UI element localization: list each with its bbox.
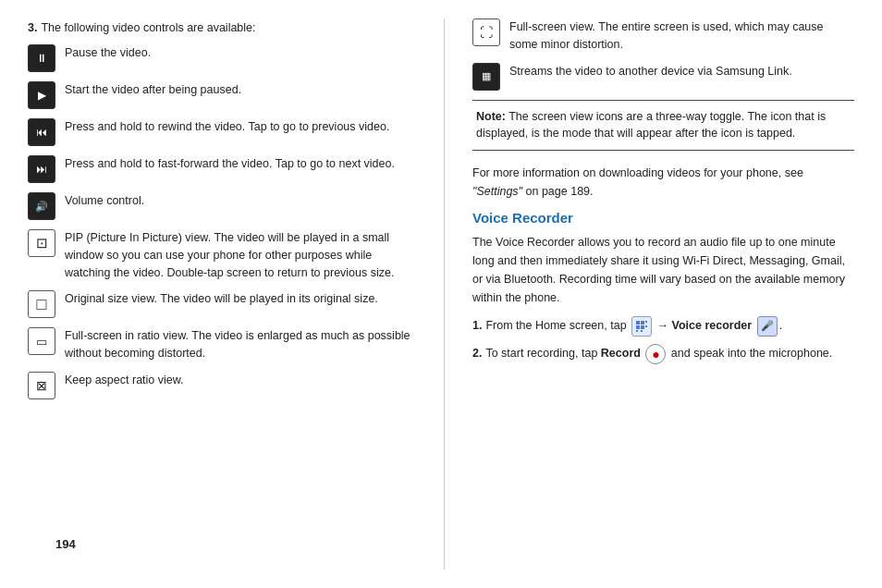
svg-rect-5 <box>645 325 647 327</box>
pip-icon-box: ⊡ <box>28 229 55 257</box>
pause-icon-box: ⏸ <box>28 44 55 72</box>
record-button-icon: ● <box>645 344 666 364</box>
pause-text: Pause the video. <box>65 44 416 62</box>
play-text: Start the video after being paused. <box>65 81 416 99</box>
control-aspect: ⊠ Keep aspect ratio view. <box>28 372 416 399</box>
svg-rect-6 <box>636 330 638 332</box>
page-number: 194 <box>55 537 76 551</box>
svg-rect-7 <box>641 330 643 332</box>
ff-icon: ⏭ <box>36 163 47 176</box>
right-column: ⛶ Full-screen view. The entire screen is… <box>444 18 854 570</box>
original-text: Original size view. The video will be pl… <box>65 290 416 308</box>
rewind-icon-box: ⏮ <box>28 118 55 146</box>
settings-ref: "Settings" <box>472 185 522 198</box>
fullscreen-icon-box: ⛶ <box>472 18 500 46</box>
step2-text: To start recording, tap Record ● and spe… <box>485 344 832 364</box>
stream-text: Streams the video to another device via … <box>509 63 854 80</box>
fullscreen-icon: ⛶ <box>480 25 493 40</box>
fullratio-icon-box: ▭ <box>28 327 55 355</box>
voice-recorder-bold: Voice recorder <box>672 319 753 332</box>
voice-recorder-step1: 1. From the Home screen, tap → Vo <box>472 316 854 337</box>
rewind-text: Press and hold to rewind the video. Tap … <box>65 118 416 136</box>
stream-icon: ▦ <box>482 70 491 82</box>
step1-number: 1. <box>472 316 482 337</box>
svg-rect-2 <box>636 325 640 329</box>
svg-rect-1 <box>641 321 644 325</box>
voice-recorder-step2: 2. To start recording, tap Record ● and … <box>472 344 854 364</box>
ff-text: Press and hold to fast-forward the video… <box>65 155 416 173</box>
svg-rect-3 <box>641 325 644 329</box>
control-original: □ Original size view. The video will be … <box>28 290 416 318</box>
voice-recorder-title: Voice Recorder <box>472 210 854 226</box>
aspect-icon-box: ⊠ <box>28 372 55 399</box>
pause-icon: ⏸ <box>36 52 47 65</box>
note-text: The screen view icons are a three-way to… <box>476 110 826 141</box>
note-box: Note: The screen view icons are a three-… <box>472 100 854 152</box>
record-bold: Record <box>601 347 641 360</box>
control-play: ▶ Start the video after being paused. <box>28 81 416 109</box>
ff-icon-box: ⏭ <box>28 155 55 183</box>
aspect-text: Keep aspect ratio view. <box>65 372 416 389</box>
fullratio-text: Full-screen in ratio view. The video is … <box>65 327 416 362</box>
pip-text: PIP (Picture In Picture) view. The video… <box>65 229 416 281</box>
control-fastforward: ⏭ Press and hold to fast-forward the vid… <box>28 155 416 183</box>
volume-icon-box: 🔊 <box>28 192 55 220</box>
play-icon: ▶ <box>38 89 46 102</box>
pip-icon: ⊡ <box>36 235 48 251</box>
stream-icon-box: ▦ <box>472 63 500 91</box>
control-volume: 🔊 Volume control. <box>28 192 416 220</box>
control-rewind: ⏮ Press and hold to rewind the video. Ta… <box>28 118 416 146</box>
volume-icon: 🔊 <box>35 201 48 213</box>
original-icon-box: □ <box>28 290 55 318</box>
step1-text: From the Home screen, tap → Voice record… <box>485 316 782 337</box>
voice-recorder-description: The Voice Recorder allows you to record … <box>472 233 854 307</box>
voice-recorder-app-icon: 🎤 <box>757 316 778 337</box>
left-column: 3. The following video controls are avai… <box>28 18 416 570</box>
home-screen-grid-icon <box>631 316 652 337</box>
control-fullscreen: ⛶ Full-screen view. The entire screen is… <box>472 18 854 54</box>
aspect-icon: ⊠ <box>36 378 47 393</box>
step2-number: 2. <box>472 344 482 364</box>
rewind-icon: ⏮ <box>36 126 47 139</box>
original-size-icon: □ <box>37 295 47 314</box>
volume-text: Volume control. <box>65 192 416 210</box>
fullratio-icon: ▭ <box>36 335 47 349</box>
play-icon-box: ▶ <box>28 81 55 109</box>
control-pause: ⏸ Pause the video. <box>28 44 416 72</box>
grid-svg <box>635 320 648 333</box>
fullscreen-text: Full-screen view. The entire screen is u… <box>509 18 854 54</box>
svg-rect-0 <box>636 321 640 325</box>
page: 3. The following video controls are avai… <box>0 0 882 588</box>
control-fullratio: ▭ Full-screen in ratio view. The video i… <box>28 327 416 362</box>
svg-rect-4 <box>645 321 647 323</box>
section-intro-text: The following video controls are availab… <box>41 18 255 37</box>
note-label: Note: <box>476 110 506 123</box>
control-stream: ▦ Streams the video to another device vi… <box>472 63 854 91</box>
section-intro: 3. The following video controls are avai… <box>28 18 416 37</box>
more-info-text: For more information on downloading vide… <box>472 164 854 201</box>
control-pip: ⊡ PIP (Picture In Picture) view. The vid… <box>28 229 416 281</box>
section-number: 3. <box>28 18 37 37</box>
